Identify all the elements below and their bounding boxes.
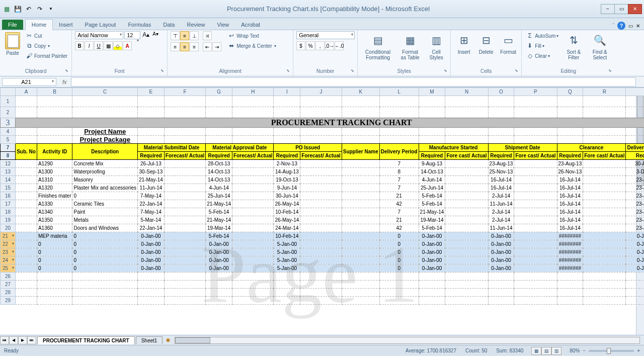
cell[interactable]: 0-Jan-00 [488,232,514,240]
cell[interactable]: 0-Jan-00 [137,248,164,256]
percent-icon[interactable]: % [306,41,315,50]
cell[interactable] [274,107,300,118]
minimize-ribbon-icon[interactable]: ˆ [613,23,614,29]
cell[interactable]: 3-Dec-13 [626,168,644,176]
cell[interactable] [626,107,644,118]
cell[interactable]: 21 [379,216,419,224]
insert-cells-button[interactable]: ⊞Insert [454,31,474,56]
cell[interactable]: ######## [557,240,583,248]
cell[interactable]: 0 [72,264,138,273]
cell[interactable] [300,107,342,118]
cell-styles-button[interactable]: ▥Cell Styles [425,31,447,61]
cell[interactable]: 2-Jul-14 [488,216,514,224]
cell[interactable] [342,281,379,289]
cell[interactable]: 5-Jan-00 [274,264,300,273]
cell[interactable] [342,168,379,176]
cell[interactable]: 5-Feb-14 [419,192,445,200]
cell[interactable]: 26-May-14 [274,200,300,208]
cell[interactable]: 7 [379,208,419,216]
cell[interactable] [232,248,274,256]
cell[interactable] [488,281,514,289]
cell[interactable] [419,289,445,297]
cell[interactable] [626,273,644,281]
tab-view[interactable]: View [211,20,235,30]
cell[interactable] [583,248,626,256]
cell[interactable] [137,289,164,297]
cell[interactable] [445,216,488,224]
cell[interactable]: 26-Jul-13 [137,160,164,168]
cell[interactable]: 2-Jul-14 [488,208,514,216]
cell[interactable]: Paint [72,208,138,216]
cell[interactable] [300,264,342,273]
cell[interactable]: 0-Jan-00 [137,264,164,273]
cell[interactable]: 14-Oct-13 [206,168,232,176]
zoom-out-icon[interactable]: − [583,348,586,353]
cell[interactable] [445,297,488,305]
cell[interactable] [206,281,232,289]
underline-button[interactable]: U [94,41,103,50]
cell[interactable]: Ceramic Tiles [72,200,138,208]
col-header-N[interactable]: N [445,88,488,96]
cell[interactable]: 22-Jan-14 [137,224,164,232]
col-header-J[interactable]: J [300,88,342,96]
cell[interactable] [626,96,644,107]
cell[interactable] [583,208,626,216]
cell[interactable] [514,160,557,168]
cell[interactable] [583,273,626,281]
row-header[interactable]: 22 [1,240,16,248]
cell[interactable] [164,107,205,118]
cell[interactable]: 14-Oct-13 [419,168,445,176]
zoom-slider[interactable] [589,350,634,352]
cell[interactable]: Masonry [72,176,138,184]
cell[interactable]: 19-Mar-14 [206,224,232,232]
cell[interactable] [164,264,205,273]
col-header-L[interactable]: L [379,88,419,96]
cell[interactable] [274,297,300,305]
cell[interactable]: 23-Jul-14 [626,184,644,192]
cell[interactable] [342,184,379,192]
cell[interactable] [16,232,37,240]
help-icon[interactable]: ? [617,22,625,30]
row-header[interactable]: 19 [1,216,16,224]
cell[interactable] [232,107,274,118]
cell[interactable]: 21-May-14 [206,200,232,208]
row-header[interactable]: 18 [1,208,16,216]
merge-center-button[interactable]: ⬌Merge & Center▾ [226,41,277,50]
cell[interactable] [342,264,379,273]
cell[interactable]: A1350 [37,216,72,224]
cell[interactable] [37,107,72,118]
cell[interactable]: Plaster Mix and accessories [72,184,138,192]
cell[interactable]: 19-Oct-13 [274,176,300,184]
cell[interactable]: 30-Aug-13 [626,160,644,168]
cell[interactable] [37,289,72,297]
cell[interactable] [419,297,445,305]
last-sheet-icon[interactable]: ⏭ [27,336,36,344]
cell[interactable]: 0-Jan-00 [419,264,445,273]
restore-workbook-icon[interactable]: ▭ [628,23,633,29]
cell[interactable]: A1340 [37,208,72,216]
cell[interactable] [626,297,644,305]
border-button[interactable]: ▦ [104,41,113,50]
cell[interactable] [232,273,274,281]
cell[interactable] [342,256,379,264]
cell[interactable]: 26-May-14 [274,216,300,224]
col-header-H[interactable]: H [232,88,274,96]
cell[interactable] [583,216,626,224]
font-name-select[interactable]: Arial Narrow [75,31,123,39]
cell[interactable]: 16-Jul-14 [557,176,583,184]
cell[interactable] [583,281,626,289]
new-sheet-icon[interactable]: ✸ [166,337,171,344]
cell[interactable]: 0 [37,248,72,256]
cell[interactable]: 11-Jun-14 [488,200,514,208]
cell[interactable] [514,273,557,281]
find-select-button[interactable]: 🔍Find & Select [588,31,612,61]
col-header-E[interactable]: E [137,88,164,96]
cell[interactable]: ######## [557,264,583,273]
cell[interactable]: 0-Jan-00 [488,248,514,256]
col-header-S[interactable]: S [626,88,644,96]
minimize-button[interactable]: − [601,4,615,14]
cell[interactable] [379,289,419,297]
cell[interactable]: 25-Jun-14 [419,184,445,192]
zoom-in-icon[interactable]: + [637,348,640,353]
cell[interactable] [419,96,445,107]
